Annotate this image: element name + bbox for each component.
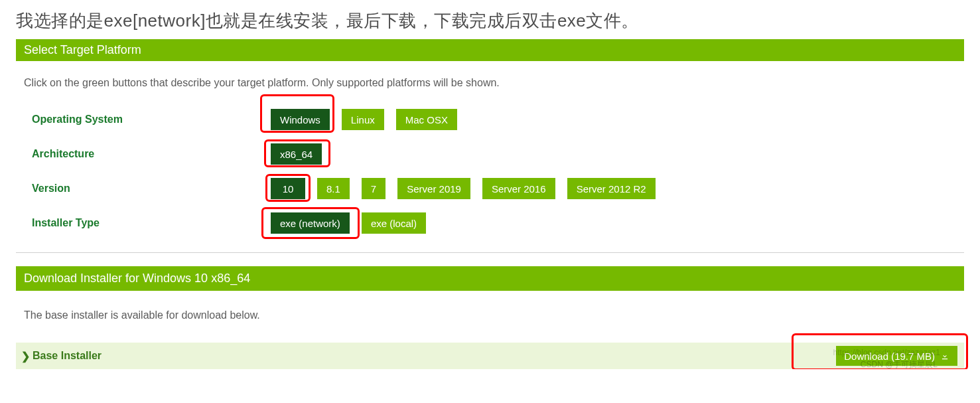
base-installer-label: Base Installer <box>33 350 102 362</box>
btn-ver-7[interactable]: 7 <box>362 178 385 199</box>
btn-os-macosx[interactable]: Mac OSX <box>396 109 457 130</box>
download-button[interactable]: Download (19.7 MB) <box>836 346 957 366</box>
btn-os-linux[interactable]: Linux <box>342 109 384 130</box>
btn-installer-local[interactable]: exe (local) <box>362 212 426 234</box>
download-label: Download (19.7 MB) <box>844 351 935 362</box>
row-architecture: Architecture x86_64 <box>16 137 964 171</box>
btn-os-windows[interactable]: Windows <box>271 109 330 130</box>
section-title-download: Download Installer for Windows 10 x86_64 <box>16 266 964 291</box>
base-installer-text: The base installer is available for down… <box>16 291 964 327</box>
section-title-platform: Select Target Platform <box>16 39 964 61</box>
btn-ver-8-1[interactable]: 8.1 <box>317 178 350 199</box>
platform-grid: Operating System Windows Linux Mac OSX A… <box>0 94 980 246</box>
chevron-right-icon: ❯ <box>21 350 30 363</box>
row-installer-type: Installer Type exe (network) exe (local) <box>16 206 964 240</box>
base-installer-row: ❯ Base Installer Download (19.7 MB) http… <box>16 343 964 369</box>
btn-ver-server2016[interactable]: Server 2016 <box>482 178 555 199</box>
btn-installer-network[interactable]: exe (network) <box>271 212 350 234</box>
btn-ver-server2019[interactable]: Server 2019 <box>397 178 470 199</box>
btn-arch-x86-64[interactable]: x86_64 <box>271 143 322 165</box>
label-architecture: Architecture <box>16 148 271 160</box>
btn-ver-10[interactable]: 10 <box>271 178 305 199</box>
divider <box>16 252 964 253</box>
download-icon <box>940 351 949 361</box>
label-operating-system: Operating System <box>16 114 271 125</box>
btn-ver-server2012r2[interactable]: Server 2012 R2 <box>567 178 656 199</box>
label-version: Version <box>16 183 271 195</box>
instruction-text: Click on the green buttons that describe… <box>16 61 964 94</box>
label-installer-type: Installer Type <box>16 217 271 229</box>
row-version: Version 10 8.1 7 Server 2019 Server 2016… <box>16 171 964 206</box>
intro-text: 我选择的是exe[network]也就是在线安装，最后下载，下载完成后双击exe… <box>0 0 980 39</box>
row-operating-system: Operating System Windows Linux Mac OSX <box>16 102 964 137</box>
